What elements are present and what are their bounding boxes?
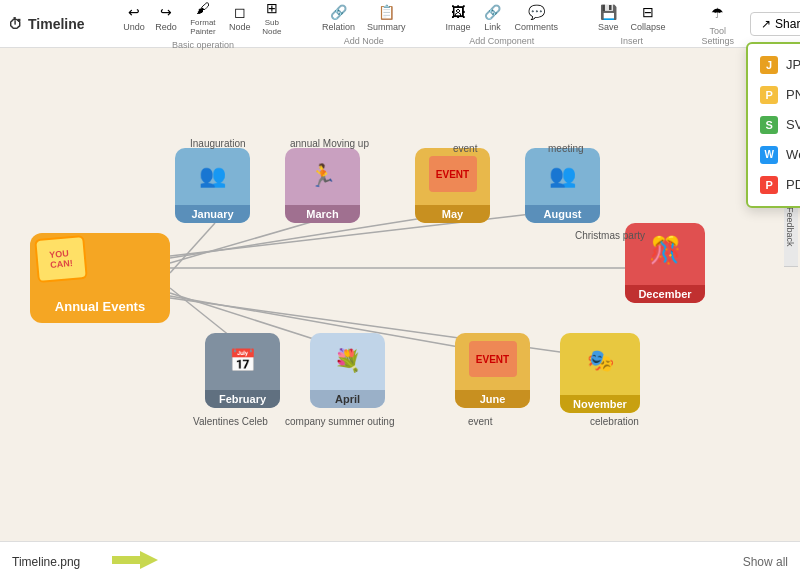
- format-painter-label: Format Painter: [188, 18, 218, 36]
- node-icon: ◻: [230, 3, 250, 21]
- june-node[interactable]: EVENT June: [455, 333, 530, 408]
- march-label: March: [285, 205, 360, 223]
- arrow-indicator: [110, 548, 160, 576]
- pdf-icon: P: [760, 176, 778, 194]
- svg-icon: S: [760, 116, 778, 134]
- show-all-link[interactable]: Show all: [743, 555, 788, 569]
- export-jpg-label: JPG image: [786, 57, 800, 72]
- february-emoji: 📅: [205, 333, 280, 388]
- image-button[interactable]: 🖼 Image: [441, 1, 474, 34]
- tool-settings-section: ☂ Tool Settings: [702, 2, 735, 46]
- may-label: May: [415, 205, 490, 223]
- april-emoji: 💐: [310, 333, 385, 388]
- central-node-label: Annual Events: [30, 297, 170, 315]
- august-node[interactable]: 👥 August: [525, 148, 600, 223]
- collapse-button[interactable]: ⊟ Collapse: [627, 1, 670, 34]
- you-can-sticker: YOUCAN!: [34, 235, 88, 283]
- redo-icon: ↪: [156, 3, 176, 21]
- annual-moving-label: annual Moving up: [290, 138, 369, 149]
- comments-button[interactable]: 💬 Comments: [510, 1, 562, 34]
- comments-icon: 💬: [526, 3, 546, 21]
- toolbar-right: ↗ Share Export J JPG image P PNG image S…: [750, 12, 800, 36]
- event-may-label: event: [453, 143, 477, 154]
- jpg-icon: J: [760, 56, 778, 74]
- meeting-label: meeting: [548, 143, 584, 154]
- summer-outing-label: company summer outing: [285, 416, 395, 427]
- november-node[interactable]: 🎭 November: [560, 333, 640, 413]
- february-node[interactable]: 📅 February: [205, 333, 280, 408]
- basic-op-label: Basic operation: [172, 40, 234, 50]
- insert-label: Insert: [621, 36, 644, 46]
- undo-button[interactable]: ↩ Undo: [120, 1, 148, 34]
- save-icon: 💾: [598, 3, 618, 21]
- valentines-label: Valentines Celeb: [193, 416, 268, 427]
- export-pdf[interactable]: P PDF file: [748, 170, 800, 200]
- sub-node-button[interactable]: ⊞ Sub Node: [258, 0, 286, 38]
- svg-line-1: [170, 218, 325, 263]
- may-node[interactable]: EVENT May: [415, 148, 490, 223]
- june-label: June: [455, 390, 530, 408]
- event-june-label: event: [468, 416, 492, 427]
- insert-icons: 💾 Save ⊟ Collapse: [594, 1, 670, 34]
- relation-label: Relation: [322, 22, 355, 32]
- january-label: January: [175, 205, 250, 223]
- image-label: Image: [445, 22, 470, 32]
- word-icon: W: [760, 146, 778, 164]
- insert-section: 💾 Save ⊟ Collapse Insert: [594, 1, 670, 46]
- redo-button[interactable]: ↪ Redo: [152, 1, 180, 34]
- comments-label: Comments: [514, 22, 558, 32]
- export-svg-label: SVG file: [786, 117, 800, 132]
- add-node-icons: 🔗 Relation 📋 Summary: [318, 1, 410, 34]
- main-canvas[interactable]: YOUCAN! Annual Events 👥 January 🏃 March …: [0, 48, 784, 541]
- export-png-label: PNG image: [786, 87, 800, 102]
- may-emoji: EVENT: [429, 156, 477, 192]
- november-emoji: 🎭: [560, 333, 640, 388]
- november-label: November: [560, 395, 640, 413]
- link-button[interactable]: 🔗 Link: [478, 1, 506, 34]
- add-component-icons: 🖼 Image 🔗 Link 💬 Comments: [441, 1, 562, 34]
- relation-button[interactable]: 🔗 Relation: [318, 1, 359, 34]
- export-word-label: Word file: [786, 147, 800, 162]
- node-button[interactable]: ◻ Node: [226, 1, 254, 34]
- march-node[interactable]: 🏃 March: [285, 148, 360, 223]
- title-label: Timeline: [28, 16, 85, 32]
- christmas-party-label: Christmas party: [575, 230, 645, 241]
- share-icon: ↗: [761, 17, 771, 31]
- save-button[interactable]: 💾 Save: [594, 1, 623, 34]
- summary-button[interactable]: 📋 Summary: [363, 1, 410, 34]
- export-png[interactable]: P PNG image: [748, 80, 800, 110]
- settings-icon: ☂: [708, 4, 728, 22]
- download-filename: Timeline.png: [12, 555, 80, 569]
- collapse-icon: ⊟: [638, 3, 658, 21]
- summary-icon: 📋: [376, 3, 396, 21]
- link-label: Link: [484, 22, 501, 32]
- add-node-label: Add Node: [344, 36, 384, 46]
- collapse-label: Collapse: [631, 22, 666, 32]
- format-painter-button[interactable]: 🖌 Format Painter: [184, 0, 222, 38]
- add-component-label: Add Component: [469, 36, 534, 46]
- tool-settings-button[interactable]: ☂: [704, 2, 732, 24]
- image-icon: 🖼: [448, 3, 468, 21]
- sub-node-label: Sub Node: [262, 18, 282, 36]
- link-icon: 🔗: [482, 3, 502, 21]
- share-button[interactable]: ↗ Share: [750, 12, 800, 36]
- app-title: ⏱ Timeline: [8, 16, 88, 32]
- export-word[interactable]: W Word file: [748, 140, 800, 170]
- export-jpg[interactable]: J JPG image: [748, 50, 800, 80]
- august-label: August: [525, 205, 600, 223]
- tool-settings-icons: ☂: [704, 2, 732, 24]
- basic-operation-section: ↩ Undo ↪ Redo 🖌 Format Painter ◻ Node ⊞ …: [120, 0, 286, 50]
- download-arrow-svg: [110, 548, 160, 572]
- timeline-icon: ⏱: [8, 16, 22, 32]
- january-node[interactable]: 👥 January: [175, 148, 250, 223]
- undo-icon: ↩: [124, 3, 144, 21]
- export-svg[interactable]: S SVG file: [748, 110, 800, 140]
- april-node[interactable]: 💐 April: [310, 333, 385, 408]
- format-painter-icon: 🖌: [193, 0, 213, 17]
- download-notification: Timeline.png Show all: [0, 541, 800, 581]
- inauguration-label: Inauguration: [190, 138, 246, 149]
- basic-operation-icons: ↩ Undo ↪ Redo 🖌 Format Painter ◻ Node ⊞ …: [120, 0, 286, 38]
- august-emoji: 👥: [525, 148, 600, 203]
- export-dropdown: J JPG image P PNG image S SVG file W Wor…: [746, 42, 800, 208]
- central-node[interactable]: YOUCAN! Annual Events: [30, 233, 170, 323]
